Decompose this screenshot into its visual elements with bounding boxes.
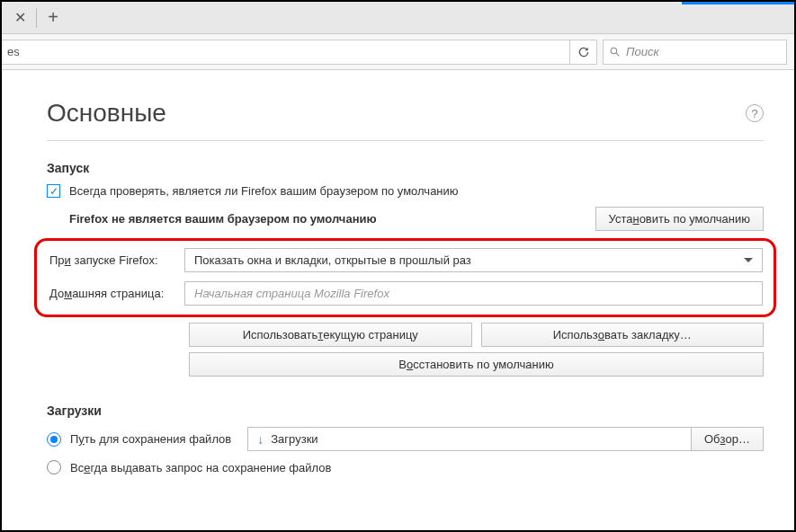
search-field[interactable]: Поиск (603, 40, 787, 65)
tab-bar: ✕ + (2, 2, 794, 34)
page-title-row: Основные ? (47, 99, 764, 128)
url-text: es (7, 45, 20, 58)
restore-default-button[interactable]: Восстановить по умолчанию (189, 352, 764, 377)
window-accent-bar (682, 2, 794, 4)
search-icon (609, 46, 621, 58)
downloads-section-title: Загрузки (47, 403, 764, 418)
tab-separator (36, 8, 37, 28)
download-path-field[interactable]: ↓ Загрузки (247, 427, 691, 451)
check-default-row: ✓ Всегда проверять, является ли Firefox … (47, 184, 764, 198)
startup-section-title: Запуск (47, 161, 764, 175)
close-tab-button[interactable]: ✕ (7, 5, 32, 31)
reload-button[interactable] (570, 40, 597, 65)
on-startup-row: При запуске Firefox: Показать окна и вкл… (48, 248, 763, 272)
save-to-row: Путь для сохранения файлов ↓ Загрузки Об… (47, 427, 764, 451)
homepage-input[interactable]: Начальная страница Mozilla Firefox (184, 281, 763, 306)
homepage-buttons-row: Использовать текущую страницу Использова… (189, 323, 764, 347)
homepage-placeholder: Начальная страница Mozilla Firefox (194, 287, 389, 300)
new-tab-button[interactable]: + (40, 5, 66, 31)
on-startup-select[interactable]: Показать окна и вкладки, открытые в прош… (184, 248, 763, 272)
help-button[interactable]: ? (746, 104, 764, 122)
default-browser-row: Firefox не является вашим браузером по у… (47, 207, 764, 231)
download-path-value: Загрузки (271, 432, 318, 446)
always-ask-radio[interactable] (47, 460, 61, 474)
check-default-checkbox[interactable]: ✓ (47, 184, 60, 198)
homepage-row: Домашняя страница: Начальная страница Mo… (48, 281, 763, 306)
not-default-text: Firefox не является вашим браузером по у… (69, 212, 377, 226)
chevron-down-icon (744, 258, 753, 262)
use-bookmark-button[interactable]: Использовать закладку… (481, 323, 765, 347)
always-ask-row: Всегда выдавать запрос на сохранение фай… (47, 460, 764, 474)
on-startup-label: При запуске Firefox: (48, 253, 184, 267)
use-current-page-button[interactable]: Использовать текущую страницу (189, 323, 472, 347)
highlight-annotation: При запуске Firefox: Показать окна и вкл… (34, 238, 776, 317)
download-arrow-icon: ↓ (257, 432, 264, 447)
page-title: Основные (47, 99, 166, 128)
homepage-label: Домашняя страница: (48, 287, 184, 300)
browser-window: ✕ + es Поиск Основные ? Запуск (0, 0, 796, 532)
browse-button[interactable]: Обзор… (691, 427, 764, 451)
address-bar-row: es Поиск (2, 34, 794, 70)
preferences-content: Основные ? Запуск ✓ Всегда проверять, яв… (2, 70, 794, 501)
restore-default-row: Восстановить по умолчанию (189, 352, 764, 377)
check-icon: ✓ (49, 186, 58, 197)
set-default-button[interactable]: Установить по умолчанию (595, 207, 764, 231)
check-default-label[interactable]: Всегда проверять, является ли Firefox ва… (69, 184, 459, 198)
svg-point-0 (611, 48, 617, 54)
svg-line-1 (616, 53, 619, 56)
url-field[interactable]: es (2, 40, 570, 65)
always-ask-label[interactable]: Всегда выдавать запрос на сохранение фай… (70, 461, 331, 474)
save-to-label[interactable]: Путь для сохранения файлов (70, 432, 231, 446)
title-divider (47, 140, 764, 141)
reload-icon (577, 46, 590, 58)
search-placeholder: Поиск (626, 45, 659, 58)
on-startup-value: Показать окна и вкладки, открытые в прош… (194, 253, 471, 267)
save-to-radio[interactable] (47, 432, 61, 447)
